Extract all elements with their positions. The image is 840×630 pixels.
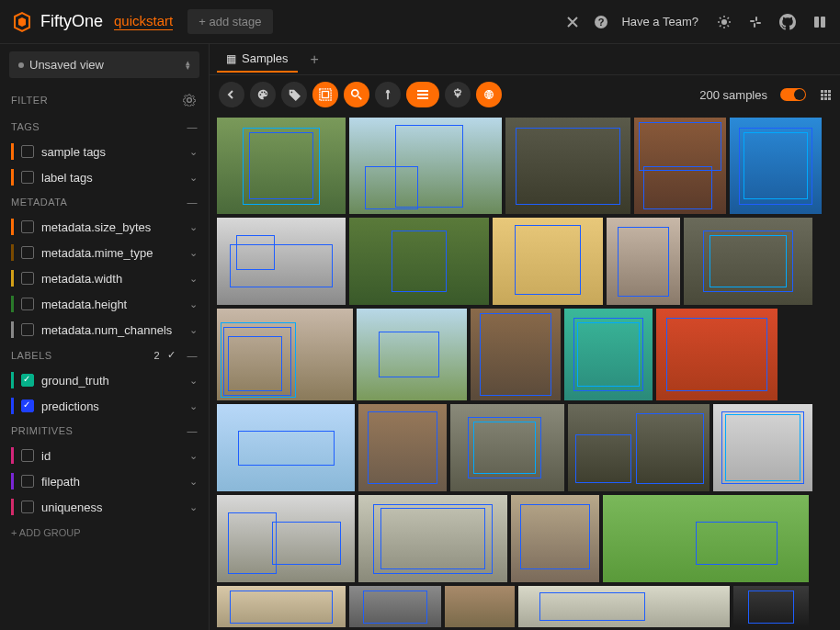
tab-samples[interactable]: ▦ Samples (217, 46, 298, 73)
field-predictions[interactable]: predictions⌄ (0, 393, 209, 419)
gear-icon[interactable] (181, 92, 198, 108)
sample-thumb[interactable] (450, 404, 564, 491)
sample-thumb[interactable] (511, 495, 599, 582)
sample-thumb[interactable] (730, 118, 822, 214)
github-icon[interactable] (778, 12, 798, 32)
section-metadata[interactable]: METADATA— (0, 190, 209, 214)
svg-line-9 (720, 17, 721, 19)
sample-thumb[interactable] (349, 118, 502, 214)
view-selector[interactable]: Unsaved view ▴▾ (9, 51, 199, 78)
search-button[interactable] (344, 82, 369, 107)
sample-thumb[interactable] (217, 404, 355, 491)
field-label-tags[interactable]: label tags⌄ (0, 164, 209, 190)
sample-thumb[interactable] (733, 586, 809, 627)
sample-thumb[interactable] (607, 218, 680, 305)
sample-thumb[interactable] (471, 309, 561, 400)
chevron-down-icon: ⌄ (189, 298, 198, 310)
field-metadata-size[interactable]: metadata.size_bytes⌄ (0, 214, 209, 240)
tag-button[interactable] (281, 82, 307, 107)
field-ground-truth[interactable]: ground_truth⌄ (0, 367, 209, 393)
svg-point-21 (352, 90, 358, 96)
field-metadata-mime[interactable]: metadata.mime_type⌄ (0, 240, 209, 265)
checkbox[interactable] (21, 171, 34, 184)
grid-view-button[interactable] (821, 90, 831, 100)
field-filepath[interactable]: filepath⌄ (0, 468, 209, 494)
sample-thumb[interactable] (684, 218, 812, 305)
sample-thumb[interactable] (349, 218, 489, 305)
field-metadata-height[interactable]: metadata.height⌄ (0, 291, 209, 317)
tab-label: Samples (242, 51, 289, 65)
sample-thumb[interactable] (603, 495, 809, 582)
list-button[interactable] (406, 82, 439, 107)
sample-thumb[interactable] (358, 495, 507, 582)
sample-thumb[interactable] (518, 586, 730, 627)
field-uniqueness[interactable]: uniqueness⌄ (0, 494, 209, 520)
checkbox[interactable] (21, 246, 34, 259)
checkbox[interactable] (21, 298, 34, 310)
tabs: ▦ Samples + (210, 44, 840, 75)
field-metadata-channels[interactable]: metadata.num_channels⌄ (0, 317, 209, 343)
patches-button[interactable] (312, 82, 338, 107)
sample-thumb[interactable] (445, 586, 515, 627)
checkbox[interactable] (21, 399, 34, 412)
sample-thumb[interactable] (217, 586, 346, 627)
sample-thumb[interactable] (358, 404, 447, 491)
color-bar (11, 321, 14, 338)
fiftyone-logo-icon (11, 11, 33, 33)
sample-thumb[interactable] (217, 495, 355, 582)
chevron-down-icon: ⌄ (189, 247, 198, 259)
slack-icon[interactable] (746, 13, 765, 31)
help-icon[interactable]: ? (592, 13, 610, 31)
ai-button[interactable] (476, 82, 502, 107)
settings-button[interactable] (445, 82, 471, 107)
checkbox[interactable] (21, 145, 34, 158)
sample-thumb[interactable] (713, 404, 812, 491)
field-id[interactable]: id⌄ (0, 443, 209, 468)
checkbox[interactable] (21, 475, 34, 488)
sample-thumb[interactable] (656, 309, 778, 400)
section-primitives[interactable]: PRIMITIVES— (0, 419, 209, 443)
sidebar: Unsaved view ▴▾ FILTER TAGS— sample tags… (0, 44, 210, 630)
sample-thumb[interactable] (505, 118, 630, 214)
sample-thumb[interactable] (493, 218, 603, 305)
toggle-switch[interactable] (780, 88, 806, 101)
logo[interactable]: FiftyOne (11, 11, 103, 33)
section-tags[interactable]: TAGS— (0, 115, 209, 139)
sample-gallery[interactable] (210, 114, 840, 630)
checkbox[interactable] (21, 272, 34, 285)
sample-thumb[interactable] (349, 586, 441, 627)
add-group-button[interactable]: + ADD GROUP (0, 520, 209, 546)
sample-thumb[interactable] (564, 309, 653, 400)
checkbox[interactable] (21, 323, 34, 336)
checkbox[interactable] (21, 501, 34, 513)
checkbox[interactable] (21, 449, 34, 462)
chevron-down-icon: ⌄ (189, 172, 198, 184)
sample-thumb[interactable] (634, 118, 726, 214)
docs-icon[interactable] (811, 13, 829, 31)
svg-line-12 (728, 17, 730, 19)
back-button[interactable] (219, 82, 244, 107)
topbar: FiftyOne quickstart + add stage ? Have a… (0, 0, 840, 44)
sample-thumb[interactable] (217, 309, 353, 400)
section-labels[interactable]: LABELS2✓— (0, 343, 209, 367)
sample-thumb[interactable] (217, 118, 346, 214)
dataset-selector[interactable]: quickstart (114, 13, 173, 30)
add-stage-button[interactable]: + add stage (187, 9, 272, 34)
add-tab-button[interactable]: + (301, 46, 328, 73)
sample-thumb[interactable] (568, 404, 709, 491)
palette-button[interactable] (250, 82, 276, 107)
theme-icon[interactable] (715, 13, 733, 31)
checkbox[interactable] (21, 220, 34, 233)
field-metadata-width[interactable]: metadata.width⌄ (0, 265, 209, 291)
sample-thumb[interactable] (217, 218, 346, 305)
clear-icon[interactable] (564, 14, 581, 30)
color-bar (11, 398, 14, 414)
field-sample-tags[interactable]: sample tags⌄ (0, 139, 209, 164)
sort-button[interactable] (375, 82, 401, 107)
color-bar (11, 219, 14, 235)
checkbox[interactable] (21, 374, 34, 387)
have-team-link[interactable]: Have a Team? (621, 15, 698, 28)
svg-marker-1 (18, 17, 26, 27)
color-bar (11, 499, 14, 515)
sample-thumb[interactable] (357, 309, 467, 400)
